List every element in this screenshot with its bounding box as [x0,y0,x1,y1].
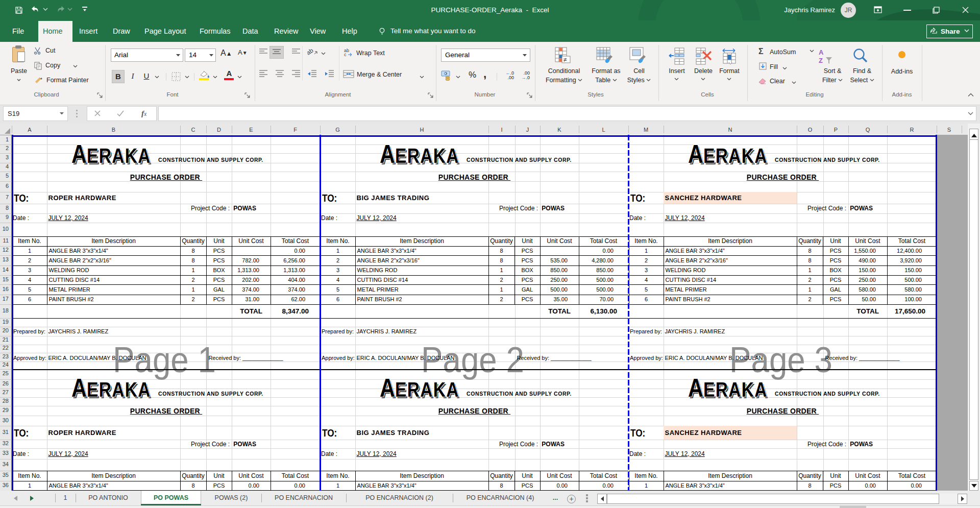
svg-text:A: A [819,49,824,56]
svg-text:c: c [344,52,347,57]
svg-text:Z: Z [819,57,823,64]
svg-text:≠: ≠ [564,56,567,63]
svg-text:ab: ab [307,47,315,57]
